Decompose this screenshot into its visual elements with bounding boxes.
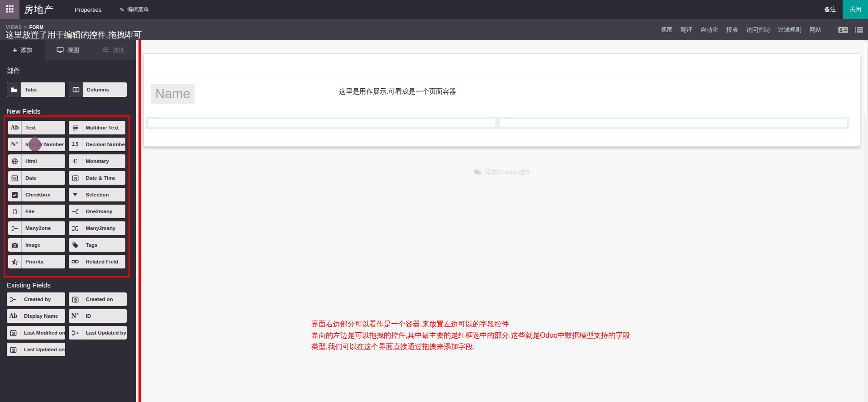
field-button-label: Display Name — [20, 309, 58, 323]
apps-grid-icon — [6, 5, 14, 14]
studio-menu: 视图翻译自动化报表访问控制过滤规则网站 — [660, 19, 822, 40]
field-button-label: Tabs — [21, 82, 37, 97]
field-button-label: Last Updated by — [82, 326, 126, 340]
field-button-decimal-number[interactable]: 1.5Decimal Number — [69, 138, 126, 151]
edit-menu-button[interactable]: ✎ 编辑菜单 — [119, 6, 149, 14]
many2one-icon — [7, 292, 20, 306]
breadcrumb-form[interactable]: FORM — [29, 25, 44, 30]
field-button-label: Many2many — [82, 221, 116, 235]
field-button-priority[interactable]: Priority — [8, 255, 65, 268]
menu-properties[interactable]: Properties — [75, 6, 101, 13]
notes-button[interactable]: 备注 — [824, 5, 836, 14]
id-card-icon[interactable] — [838, 26, 848, 34]
columns-icon — [69, 82, 83, 97]
name-field-placeholder[interactable]: Name — [151, 84, 195, 104]
field-button-id[interactable]: N°ID — [69, 309, 127, 323]
globe-icon — [8, 154, 22, 168]
form-editor-canvas: Name 这里是用作展示.可看成是一个页面容器 添加Chatter挂件 界面右边… — [136, 40, 868, 402]
sidebar-tab-label: 视图 — [67, 46, 79, 54]
field-button-html[interactable]: Html — [8, 154, 65, 168]
field-button-label: Last Modified on — [20, 326, 65, 340]
field-button-file[interactable]: File — [8, 205, 65, 218]
breadcrumb-views[interactable]: VIEWS — [6, 25, 22, 30]
breadcrumb: VIEWS>FORM — [6, 25, 44, 30]
sidebar-tab-monitor[interactable]: 视图 — [45, 40, 91, 60]
add-chatter-placeholder[interactable]: 添加Chatter挂件 — [136, 168, 868, 177]
field-button-label: ID — [82, 309, 91, 323]
properties-icon — [102, 46, 109, 55]
annotation-line-1: 界面右边部分可以看作是一个容器,来放置左边可以的字段控件 — [311, 318, 631, 330]
app-title: 房地产 — [24, 3, 54, 16]
field-button-label: Related Field — [82, 255, 119, 268]
form-field-input-right[interactable] — [500, 119, 848, 127]
sidebar-tab-plus[interactable]: +添加 — [0, 40, 45, 60]
widgets-section-title: 部件 — [7, 67, 127, 75]
toolbar-icon-group — [828, 23, 863, 37]
existing-fields-section-title: Existing Fields — [7, 281, 127, 289]
calendar-clock-icon — [69, 292, 82, 306]
edit-menu-label: 编辑菜单 — [127, 6, 149, 14]
studio-menu-item-2[interactable]: 自动化 — [700, 26, 719, 34]
field-button-display-name[interactable]: AbDisplay Name — [7, 309, 65, 323]
studio-menu-item-1[interactable]: 翻译 — [680, 26, 693, 34]
field-button-date-time[interactable]: Date & Time — [69, 171, 126, 185]
field-button-created-by[interactable]: Created by — [7, 292, 65, 306]
studio-menu-item-4[interactable]: 访问控制 — [745, 26, 771, 34]
field-button-label: Tags — [82, 238, 98, 252]
widget-button-tabs[interactable]: Tabs — [7, 82, 65, 97]
field-button-many2many[interactable]: Many2many — [69, 221, 126, 235]
field-button-date[interactable]: 21Date — [8, 171, 65, 185]
field-button-label: Columns — [83, 82, 109, 97]
widget-button-columns[interactable]: Columns — [69, 82, 127, 97]
calendar-clock-icon — [69, 171, 82, 185]
sidebar-tab-properties[interactable]: 属性 — [91, 40, 136, 60]
many2one-icon — [69, 326, 82, 340]
field-button-label: Date & Time — [82, 171, 116, 185]
annotation-text: 界面右边部分可以看作是一个容器,来放置左边可以的字段控件 界面的左边是可以拖拽的… — [311, 318, 631, 352]
field-button-label: Created by — [20, 292, 51, 306]
field-button-label: Image — [22, 238, 40, 252]
field-button-multiline-text[interactable]: Multiline Text — [69, 121, 126, 134]
monitor-icon — [57, 46, 64, 55]
form-statusbar — [144, 54, 860, 73]
field-button-related-field[interactable]: Related Field — [69, 255, 126, 268]
field-button-created-on[interactable]: Created on — [69, 292, 127, 306]
pencil-icon: ✎ — [119, 7, 124, 13]
form-field-input-left[interactable] — [148, 119, 496, 127]
field-button-monetary[interactable]: €Monetary — [69, 154, 126, 168]
field-button-many2one[interactable]: Many2one — [8, 221, 65, 235]
field-button-label: Date — [22, 171, 37, 185]
close-studio-button[interactable]: 关闭 — [843, 0, 868, 19]
field-button-last-modified-on[interactable]: Last Modified on — [7, 326, 65, 340]
field-button-label: File — [22, 205, 34, 218]
studio-menu-item-6[interactable]: 网站 — [809, 26, 822, 34]
apps-menu-button[interactable] — [0, 0, 19, 19]
field-button-label: Decimal Number — [82, 138, 126, 151]
field-button-last-updated-on[interactable]: Last Updated on — [7, 343, 65, 356]
annotation-red-line — [138, 40, 141, 402]
chatter-label: 添加Chatter挂件 — [485, 168, 531, 176]
decimal-icon: 1.5 — [69, 138, 82, 151]
scrollbar-thumb[interactable] — [864, 41, 868, 118]
calendar-clock-icon — [7, 326, 20, 340]
list-icon[interactable] — [854, 26, 863, 34]
studio-menu-item-3[interactable]: 报表 — [725, 26, 739, 34]
integer-icon: N° — [69, 309, 82, 323]
checkbox-icon — [8, 188, 22, 201]
studio-menu-item-5[interactable]: 过滤规则 — [777, 26, 802, 34]
field-button-last-updated-by[interactable]: Last Updated by — [69, 326, 127, 340]
ab-text-icon: Ab — [7, 309, 20, 323]
studio-menu-item-0[interactable]: 视图 — [660, 26, 673, 34]
top-navbar: 房地产 Properties ✎ 编辑菜单 备注 关闭 — [0, 0, 868, 19]
field-button-checkbox[interactable]: Checkbox — [8, 188, 65, 201]
chatter-bubbles-icon — [473, 168, 485, 176]
field-button-one2many[interactable]: One2many — [69, 205, 126, 218]
field-button-tags[interactable]: Tags — [69, 238, 126, 252]
field-button-text[interactable]: AbText — [8, 121, 65, 134]
field-row-highlight — [146, 117, 849, 129]
field-button-selection[interactable]: Selection — [69, 188, 126, 201]
calendar-clock-icon — [7, 343, 20, 356]
field-button-image[interactable]: Image — [8, 238, 65, 252]
form-sheet: Name 这里是用作展示.可看成是一个页面容器 — [143, 53, 860, 147]
sidebar-content: 部件 TabsColumns New Fields AbTextMultilin… — [0, 67, 136, 356]
